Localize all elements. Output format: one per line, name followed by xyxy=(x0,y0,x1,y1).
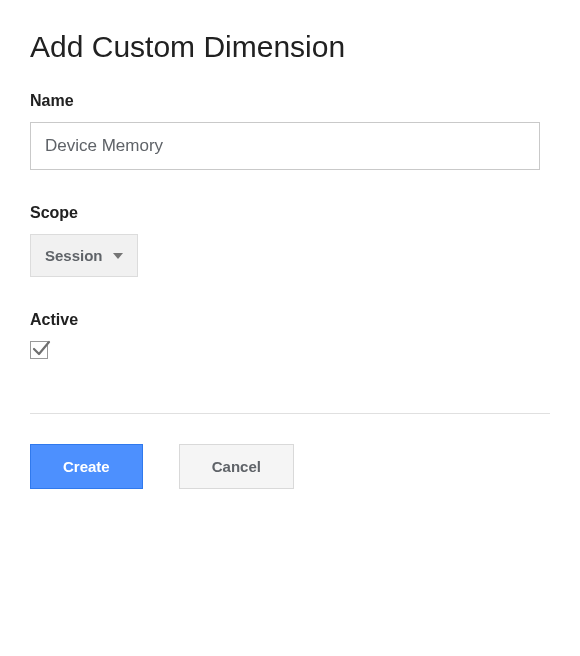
cancel-button[interactable]: Cancel xyxy=(179,444,294,489)
chevron-down-icon xyxy=(113,253,123,259)
scope-dropdown[interactable]: Session xyxy=(30,234,138,277)
scope-label: Scope xyxy=(30,204,550,222)
page-title: Add Custom Dimension xyxy=(30,30,550,64)
create-button[interactable]: Create xyxy=(30,444,143,489)
name-field-group: Name xyxy=(30,92,550,170)
scope-field-group: Scope Session xyxy=(30,204,550,277)
divider xyxy=(30,413,550,414)
active-checkbox[interactable] xyxy=(30,341,48,359)
name-label: Name xyxy=(30,92,550,110)
name-input[interactable] xyxy=(30,122,540,170)
active-label: Active xyxy=(30,311,550,329)
button-row: Create Cancel xyxy=(30,444,550,489)
active-field-group: Active xyxy=(30,311,550,363)
checkmark-icon xyxy=(31,339,51,359)
scope-dropdown-value: Session xyxy=(45,247,103,264)
